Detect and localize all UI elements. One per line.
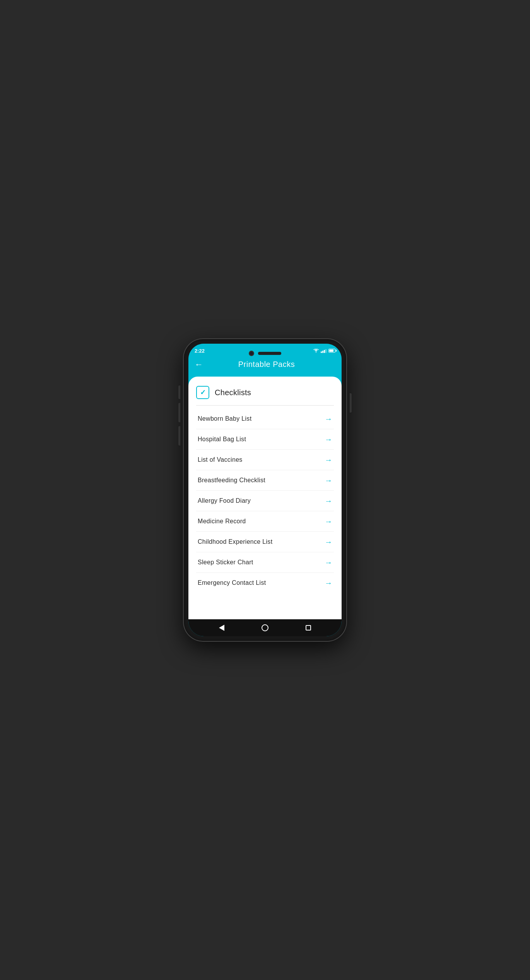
checklist-icon: ✓ bbox=[196, 386, 209, 399]
arrow-icon: → bbox=[325, 415, 332, 423]
signal-icon bbox=[321, 348, 327, 353]
arrow-icon: → bbox=[325, 476, 332, 484]
item-label: Newborn Baby List bbox=[198, 415, 251, 422]
item-label: Childhood Experience List bbox=[198, 538, 272, 545]
speaker bbox=[258, 352, 281, 355]
arrow-icon: → bbox=[325, 456, 332, 464]
nav-home-button[interactable] bbox=[259, 622, 271, 634]
item-label: Allergy Food Diary bbox=[198, 497, 251, 504]
list-item[interactable]: Emergency Contact List→ bbox=[196, 573, 334, 593]
back-button[interactable]: ← bbox=[195, 360, 203, 369]
nav-bar bbox=[188, 619, 342, 636]
nav-back-button[interactable] bbox=[216, 622, 227, 634]
arrow-icon: → bbox=[325, 517, 332, 525]
content-area: ✓ Checklists Newborn Baby List→Hospital … bbox=[188, 377, 342, 619]
side-button-right bbox=[350, 393, 352, 413]
list-item[interactable]: Childhood Experience List→ bbox=[196, 532, 334, 552]
phone-device: 2:22 bbox=[184, 339, 346, 641]
list-item[interactable]: Newborn Baby List→ bbox=[196, 409, 334, 429]
section-title: Checklists bbox=[215, 388, 251, 397]
checkmark-symbol: ✓ bbox=[200, 389, 206, 396]
list-item[interactable]: List of Vaccines→ bbox=[196, 450, 334, 470]
svg-marker-1 bbox=[219, 625, 224, 631]
item-label: Breastfeeding Checklist bbox=[198, 477, 265, 484]
wifi-icon bbox=[313, 349, 319, 353]
section-divider bbox=[196, 405, 334, 406]
app-header: ← Printable Packs bbox=[188, 356, 342, 377]
item-label: List of Vaccines bbox=[198, 456, 243, 463]
arrow-icon: → bbox=[325, 435, 332, 443]
list-item[interactable]: Medicine Record→ bbox=[196, 511, 334, 532]
item-label: Hospital Bag List bbox=[198, 436, 246, 443]
recents-square bbox=[306, 625, 311, 630]
status-icons bbox=[313, 348, 335, 353]
svg-point-0 bbox=[316, 352, 316, 353]
list-item[interactable]: Breastfeeding Checklist→ bbox=[196, 470, 334, 491]
arrow-icon: → bbox=[325, 579, 332, 587]
status-time: 2:22 bbox=[195, 348, 205, 354]
side-button-left-3 bbox=[178, 426, 180, 445]
item-label: Emergency Contact List bbox=[198, 579, 266, 586]
arrow-icon: → bbox=[325, 497, 332, 505]
arrow-icon: → bbox=[325, 538, 332, 546]
item-label: Medicine Record bbox=[198, 518, 246, 525]
home-circle bbox=[262, 624, 268, 631]
list-item[interactable]: Sleep Sticker Chart→ bbox=[196, 552, 334, 573]
camera bbox=[249, 351, 254, 356]
header-title: Printable Packs bbox=[209, 360, 324, 369]
list-item[interactable]: Allergy Food Diary→ bbox=[196, 491, 334, 511]
nav-recents-button[interactable] bbox=[303, 622, 314, 634]
battery-icon bbox=[328, 349, 335, 353]
arrow-icon: → bbox=[325, 559, 332, 566]
section-header: ✓ Checklists bbox=[196, 386, 334, 399]
checklist-items: Newborn Baby List→Hospital Bag List→List… bbox=[196, 409, 334, 593]
phone-top-notch bbox=[249, 351, 281, 356]
list-item[interactable]: Hospital Bag List→ bbox=[196, 429, 334, 450]
side-button-left-2 bbox=[178, 403, 180, 422]
side-button-left-1 bbox=[178, 385, 180, 399]
phone-screen: 2:22 bbox=[188, 344, 342, 636]
item-label: Sleep Sticker Chart bbox=[198, 559, 253, 566]
app-screen: 2:22 bbox=[188, 344, 342, 636]
battery-fill bbox=[329, 350, 333, 352]
